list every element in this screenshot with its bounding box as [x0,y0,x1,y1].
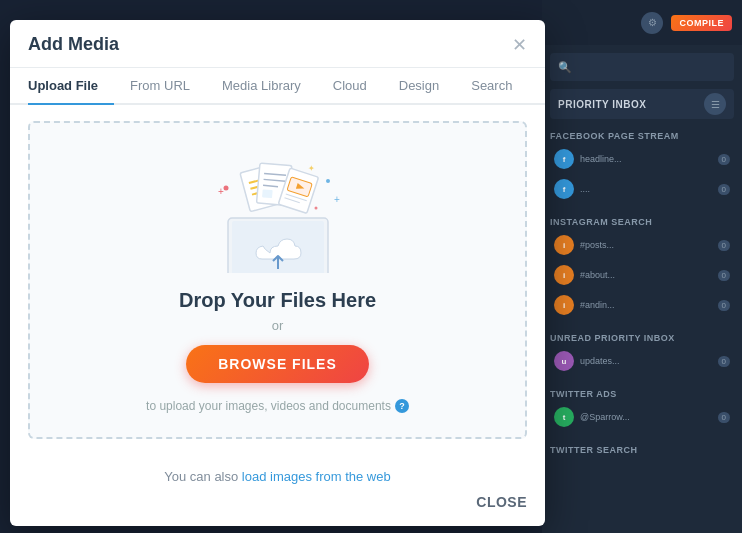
bg-list-item: f .... 0 [550,175,734,203]
bg-item-name: #posts... [580,240,712,250]
svg-point-18 [223,186,228,191]
bg-list-item: f headline... 0 [550,145,734,173]
modal-footer: You can also load images from the web [10,469,545,484]
bg-item-name: #about... [580,270,712,280]
bg-top-bar: ⚙ COMPILE [542,0,742,45]
bg-twitter-section: TWITTER ADS t @Sparrow... 0 [542,383,742,439]
svg-text:✦: ✦ [308,164,315,173]
bg-icon: ⚙ [648,17,657,28]
svg-point-20 [314,207,317,210]
bg-menu-icon: ☰ [711,99,720,110]
bg-badge: 0 [718,154,730,165]
bg-list-item: i #andin... 0 [550,291,734,319]
bg-badge: 0 [718,270,730,281]
bg-priority-inbox: PRIORITY INBOX ☰ [550,89,734,119]
bg-twitter-search-section: TWITTER SEARCH [542,439,742,465]
bg-avatar: i [554,265,574,285]
modal-tabs: Upload File From URL Media Library Cloud… [10,68,545,105]
file-dropzone[interactable]: + + ✦ Drop Your Files Here or BROWSE FIL… [28,121,527,439]
bg-search-icon: 🔍 [558,61,572,74]
bg-badge: 0 [718,300,730,311]
tab-cloud[interactable]: Cloud [317,68,383,105]
tab-youtube[interactable]: YouTube [528,68,545,105]
bg-badge: 0 [718,412,730,423]
bg-avatar: f [554,149,574,169]
bg-item-name: @Sparrow... [580,412,712,422]
bg-section-title-facebook: FACEBOOK PAGE STREAM [550,131,734,141]
tab-search[interactable]: Search [455,68,528,105]
bg-avatar: t [554,407,574,427]
bg-item-name: #andin... [580,300,712,310]
bg-section-title-instagram: INSTAGRAM SEARCH [550,217,734,227]
bg-badge: 0 [718,356,730,367]
bg-search-bar: 🔍 [550,53,734,81]
tab-media-library[interactable]: Media Library [206,68,317,105]
bg-avatar: f [554,179,574,199]
help-icon[interactable]: ? [395,399,409,413]
bg-list-item: i #about... 0 [550,261,734,289]
upload-illustration: + + ✦ [198,153,358,273]
modal-close-button[interactable]: ✕ [512,36,527,54]
modal-header: Add Media ✕ [10,20,545,68]
bg-list-item: t @Sparrow... 0 [550,403,734,431]
modal-action-bar: CLOSE [10,484,545,526]
bg-section-title-unread: UNREAD PRIORITY INBOX [550,333,734,343]
drop-subtitle: to upload your images, videos and docume… [146,399,409,413]
bg-list-item: i #posts... 0 [550,231,734,259]
bg-avatar: u [554,351,574,371]
bg-instagram-section: INSTAGRAM SEARCH i #posts... 0 i #about.… [542,211,742,327]
bg-facebook-section: FACEBOOK PAGE STREAM f headline... 0 f .… [542,125,742,211]
bg-item-name: updates... [580,356,712,366]
tab-design[interactable]: Design [383,68,455,105]
bg-item-name: .... [580,184,712,194]
modal-title: Add Media [28,34,119,55]
bg-avatar: i [554,235,574,255]
bg-unread-section: UNREAD PRIORITY INBOX u updates... 0 [542,327,742,383]
bg-compile-button: COMPILE [671,15,732,31]
background-sidebar: ⚙ COMPILE 🔍 PRIORITY INBOX ☰ FACEBOOK PA… [542,0,742,533]
bg-list-item: u updates... 0 [550,347,734,375]
bg-priority-label: PRIORITY INBOX [558,99,647,110]
drop-subtitle-text: to upload your images, videos and docume… [146,399,391,413]
bg-icon-button: ⚙ [641,12,663,34]
drop-or-text: or [272,318,284,333]
bg-badge: 0 [718,184,730,195]
load-images-link[interactable]: load images from the web [242,469,391,484]
svg-text:+: + [334,194,340,205]
close-button[interactable]: CLOSE [476,494,527,510]
tab-upload-file[interactable]: Upload File [28,68,114,105]
drop-title: Drop Your Files Here [179,289,376,312]
svg-text:+: + [218,186,224,197]
svg-point-19 [326,179,330,183]
add-media-modal: Add Media ✕ Upload File From URL Media L… [10,20,545,526]
modal-body: + + ✦ Drop Your Files Here or BROWSE FIL… [10,105,545,455]
bg-badge: 0 [718,240,730,251]
bg-section-title-twitter: TWITTER ADS [550,389,734,399]
svg-rect-12 [262,189,273,198]
bg-priority-icon: ☰ [704,93,726,115]
browse-files-button[interactable]: BROWSE FILES [186,345,369,383]
bg-avatar: i [554,295,574,315]
tab-from-url[interactable]: From URL [114,68,206,105]
bg-section-title-twitter-search: TWITTER SEARCH [550,445,734,455]
footer-static-text: You can also [164,469,242,484]
bg-item-name: headline... [580,154,712,164]
